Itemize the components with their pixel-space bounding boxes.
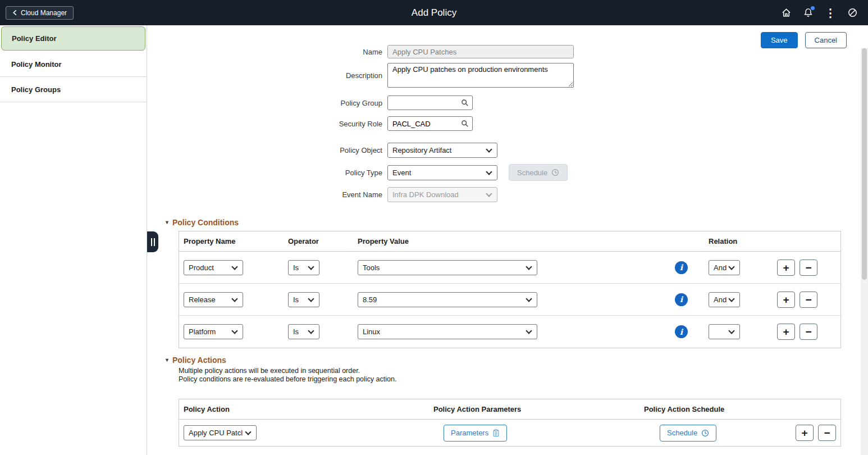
property-name-select[interactable]: Platform bbox=[184, 324, 243, 339]
col-header-property-value: Property Value bbox=[353, 237, 670, 245]
sidebar-item-label: Policy Monitor bbox=[11, 60, 62, 69]
search-icon[interactable] bbox=[461, 99, 469, 107]
chevron-down-icon bbox=[728, 263, 734, 270]
scrollbar[interactable] bbox=[861, 48, 868, 455]
event-name-select-disabled: Infra DPK Download bbox=[387, 187, 497, 202]
condition-row: Platform Is Linux i + − bbox=[179, 316, 840, 348]
description-label: Description bbox=[148, 71, 382, 80]
col-header-policy-action: Policy Action bbox=[179, 405, 429, 413]
policy-group-label: Policy Group bbox=[148, 99, 382, 107]
relation-select[interactable]: And bbox=[709, 292, 740, 307]
remove-row-button[interactable]: − bbox=[818, 425, 836, 441]
cancel-button[interactable]: Cancel bbox=[805, 32, 847, 48]
chevron-down-icon bbox=[486, 190, 492, 197]
scrollbar-thumb[interactable] bbox=[862, 48, 867, 280]
back-chevron-icon bbox=[12, 10, 17, 16]
topbar-icons: ⋮ bbox=[781, 7, 858, 19]
add-row-button[interactable]: + bbox=[777, 260, 795, 276]
operator-select[interactable]: Is bbox=[288, 260, 319, 275]
sidebar-collapse-handle[interactable] bbox=[147, 231, 158, 252]
sidebar-item-policy-editor[interactable]: Policy Editor bbox=[1, 26, 145, 51]
col-header-property-name: Property Name bbox=[179, 237, 284, 245]
policy-conditions-header[interactable]: ▼ Policy Conditions bbox=[165, 218, 861, 227]
condition-row: Product Is Tools i And + − bbox=[179, 252, 840, 284]
operator-select[interactable]: Is bbox=[288, 292, 319, 307]
policy-conditions-table: Property Name Operator Property Value Re… bbox=[179, 231, 841, 348]
main-content: Save Cancel Name Description Apply CPU p… bbox=[148, 25, 861, 455]
policy-action-select[interactable]: Apply CPU Patcl bbox=[184, 425, 257, 440]
remove-row-button[interactable]: − bbox=[800, 260, 817, 276]
property-name-select[interactable]: Product bbox=[184, 260, 243, 275]
col-header-relation: Relation bbox=[704, 237, 766, 245]
form-row-event-name: Event Name Infra DPK Download bbox=[148, 187, 861, 202]
add-row-button[interactable]: + bbox=[777, 292, 795, 308]
search-icon[interactable] bbox=[461, 120, 469, 128]
security-role-input[interactable] bbox=[388, 120, 461, 128]
chevron-down-icon bbox=[486, 169, 492, 175]
home-icon[interactable] bbox=[781, 7, 792, 18]
form-row-description: Description Apply CPU patches on product… bbox=[148, 63, 861, 88]
clipboard-icon bbox=[492, 429, 500, 437]
property-value-select[interactable]: 8.59 bbox=[358, 292, 537, 307]
clock-icon bbox=[551, 169, 559, 176]
policy-type-select[interactable]: Event bbox=[387, 165, 497, 180]
name-label: Name bbox=[148, 48, 382, 56]
more-actions-icon[interactable]: ⋮ bbox=[825, 7, 836, 19]
description-textarea[interactable]: Apply CPU patches on production environm… bbox=[387, 63, 574, 88]
actions-header-row: Policy Action Policy Action Parameters P… bbox=[179, 399, 840, 420]
security-role-label: Security Role bbox=[148, 120, 382, 128]
note-line: Multiple policy actions will be executed… bbox=[179, 367, 861, 375]
chevron-down-icon bbox=[231, 327, 237, 334]
chevron-down-icon bbox=[526, 327, 532, 334]
sidebar-item-policy-monitor[interactable]: Policy Monitor bbox=[0, 52, 147, 77]
relation-select[interactable]: And bbox=[709, 260, 740, 275]
condition-row: Release Is 8.59 i And + − bbox=[179, 284, 840, 316]
sidebar-item-label: Policy Groups bbox=[11, 85, 61, 94]
chevron-down-icon bbox=[526, 263, 532, 270]
collapse-arrow-icon: ▼ bbox=[165, 220, 170, 225]
chevron-down-icon bbox=[231, 263, 237, 270]
conditions-header-row: Property Name Operator Property Value Re… bbox=[179, 231, 840, 252]
property-value-select[interactable]: Linux bbox=[358, 324, 537, 339]
back-button[interactable]: Cloud Manager bbox=[6, 6, 74, 20]
policy-conditions-section: ▼ Policy Conditions Property Name Operat… bbox=[165, 218, 861, 348]
collapse-arrow-icon: ▼ bbox=[165, 357, 170, 363]
add-row-button[interactable]: + bbox=[796, 425, 814, 441]
add-row-button[interactable]: + bbox=[777, 324, 795, 340]
clock-icon bbox=[701, 429, 709, 437]
property-value-select[interactable]: Tools bbox=[358, 260, 537, 275]
policy-object-label: Policy Object bbox=[148, 146, 382, 154]
remove-row-button[interactable]: − bbox=[800, 324, 817, 340]
chevron-down-icon bbox=[245, 429, 251, 435]
info-icon[interactable]: i bbox=[675, 325, 688, 338]
toolbar: Save Cancel bbox=[761, 32, 847, 48]
page-title: Add Policy bbox=[412, 7, 456, 19]
form-row-policy-group: Policy Group bbox=[148, 95, 861, 110]
form-row-security-role: Security Role bbox=[148, 116, 861, 131]
chevron-down-icon bbox=[308, 263, 314, 270]
policy-actions-header[interactable]: ▼ Policy Actions bbox=[165, 356, 861, 365]
remove-row-button[interactable]: − bbox=[800, 292, 817, 308]
notifications-bell-icon[interactable] bbox=[803, 7, 814, 18]
signout-icon[interactable] bbox=[847, 7, 858, 18]
topbar: Cloud Manager Add Policy ⋮ bbox=[0, 0, 868, 25]
back-button-label: Cloud Manager bbox=[21, 9, 67, 17]
policy-object-select[interactable]: Repository Artifact bbox=[387, 143, 497, 158]
policy-group-input[interactable] bbox=[388, 99, 461, 107]
chevron-down-icon bbox=[728, 328, 734, 334]
info-icon[interactable]: i bbox=[675, 293, 688, 306]
policy-group-field bbox=[387, 95, 473, 110]
policy-actions-section: ▼ Policy Actions Multiple policy actions… bbox=[165, 356, 861, 447]
sidebar-item-policy-groups[interactable]: Policy Groups bbox=[0, 77, 147, 102]
policy-type-label: Policy Type bbox=[148, 169, 382, 177]
info-icon[interactable]: i bbox=[675, 261, 688, 274]
action-row: Apply CPU Patcl Parameters bbox=[179, 420, 840, 446]
property-name-select[interactable]: Release bbox=[184, 292, 243, 307]
relation-select[interactable] bbox=[709, 324, 740, 339]
schedule-button[interactable]: Schedule bbox=[660, 425, 716, 442]
chevron-down-icon bbox=[308, 327, 314, 334]
col-header-operator: Operator bbox=[284, 237, 353, 245]
parameters-button[interactable]: Parameters bbox=[444, 425, 507, 442]
operator-select[interactable]: Is bbox=[288, 324, 319, 339]
save-button[interactable]: Save bbox=[761, 32, 798, 48]
